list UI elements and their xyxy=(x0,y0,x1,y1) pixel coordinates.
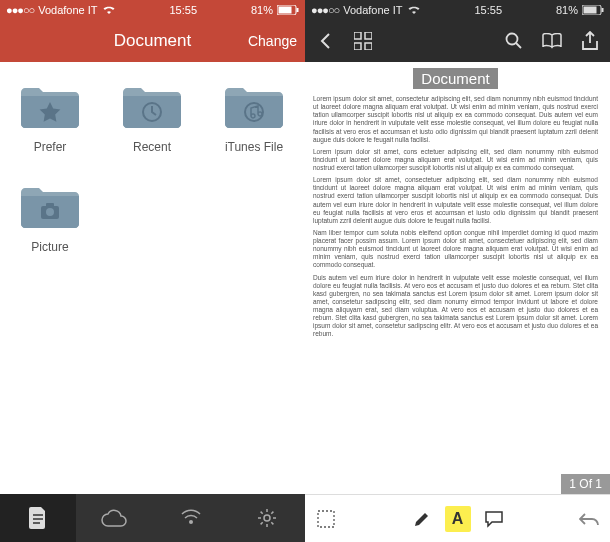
read-button[interactable] xyxy=(540,29,564,53)
folder-picture[interactable]: Picture xyxy=(10,182,90,254)
svg-rect-11 xyxy=(584,7,597,14)
search-icon xyxy=(505,32,523,50)
change-button[interactable]: Change xyxy=(248,33,297,49)
svg-point-17 xyxy=(507,34,518,45)
svg-rect-13 xyxy=(354,32,361,39)
document-icon xyxy=(28,507,48,529)
document-paragraph: Lorem ipsum dolor sit amet, consectetuer… xyxy=(313,176,598,225)
document-area[interactable]: Document Lorem ipsum dolor sit amet, con… xyxy=(305,62,610,494)
document-viewer-pane: ●●●○○ Vodafone IT 15:55 81% xyxy=(305,0,610,542)
pencil-icon xyxy=(413,510,431,528)
folder-prefer[interactable]: Prefer xyxy=(10,82,90,154)
document-paragraph: Lorem ipsum dolor sit amet, consectetur … xyxy=(313,95,598,144)
folder-icon xyxy=(223,82,285,130)
bottom-tabbar xyxy=(0,494,305,542)
selection-icon xyxy=(317,510,335,528)
wifi-share-icon xyxy=(179,508,203,528)
folder-itunes-file[interactable]: iTunes File xyxy=(214,82,294,154)
status-bar: ●●●○○ Vodafone IT 15:55 81% xyxy=(0,0,305,20)
select-tool[interactable] xyxy=(311,504,341,534)
svg-point-9 xyxy=(264,515,270,521)
folder-label: Prefer xyxy=(10,140,90,154)
document-paragraph: Lorem ipsum dolor sit amet, cons ectetue… xyxy=(313,148,598,172)
tab-settings[interactable] xyxy=(229,494,305,542)
folder-label: Picture xyxy=(10,240,90,254)
share-icon xyxy=(582,31,598,51)
cloud-icon xyxy=(101,509,127,527)
document-title: Document xyxy=(413,68,497,89)
document-paragraph: Nam liber tempor cum soluta nobis eleife… xyxy=(313,229,598,270)
svg-rect-2 xyxy=(297,8,299,12)
grid-icon xyxy=(354,32,372,50)
svg-rect-12 xyxy=(602,8,604,12)
gear-icon xyxy=(256,507,278,529)
folder-label: Recent xyxy=(112,140,192,154)
header-bar: Document Change xyxy=(0,20,305,62)
battery-label: 81% xyxy=(251,4,273,16)
svg-rect-1 xyxy=(279,7,292,14)
pen-tool[interactable] xyxy=(407,504,437,534)
viewer-header xyxy=(305,20,610,62)
svg-point-8 xyxy=(189,520,193,524)
svg-rect-14 xyxy=(365,32,372,39)
signal-icon: ●●●○○ xyxy=(6,4,34,16)
document-paragraph: Duis autem vel eum iriure dolor in hendr… xyxy=(313,274,598,339)
svg-rect-7 xyxy=(46,203,54,207)
wifi-icon xyxy=(102,5,116,15)
grid-button[interactable] xyxy=(351,29,375,53)
battery-icon xyxy=(277,5,299,15)
folder-icon xyxy=(19,182,81,230)
folder-icon xyxy=(19,82,81,130)
svg-rect-18 xyxy=(318,511,334,527)
undo-tool[interactable] xyxy=(574,504,604,534)
share-button[interactable] xyxy=(578,29,602,53)
speech-tool[interactable] xyxy=(479,504,509,534)
svg-rect-15 xyxy=(354,43,361,50)
wifi-icon xyxy=(407,5,421,15)
undo-icon xyxy=(579,512,599,526)
folder-icon xyxy=(121,82,183,130)
page-indicator: 1 Of 1 xyxy=(561,474,610,494)
search-button[interactable] xyxy=(502,29,526,53)
status-bar: ●●●○○ Vodafone IT 15:55 81% xyxy=(305,0,610,20)
back-button[interactable] xyxy=(313,29,337,53)
carrier-label: Vodafone IT xyxy=(38,4,97,16)
battery-icon xyxy=(582,5,604,15)
tab-documents[interactable] xyxy=(0,494,76,542)
file-browser-pane: ●●●○○ Vodafone IT 15:55 81% Document Cha… xyxy=(0,0,305,542)
svg-point-6 xyxy=(46,208,54,216)
carrier-label: Vodafone IT xyxy=(343,4,402,16)
time-label: 15:55 xyxy=(475,4,503,16)
speech-bubble-icon xyxy=(484,510,504,528)
time-label: 15:55 xyxy=(170,4,198,16)
svg-rect-16 xyxy=(365,43,372,50)
folder-label: iTunes File xyxy=(214,140,294,154)
tab-cloud[interactable] xyxy=(76,494,152,542)
chevron-left-icon xyxy=(318,32,332,50)
highlight-a-icon: A xyxy=(452,510,464,528)
book-icon xyxy=(541,33,563,49)
signal-icon: ●●●○○ xyxy=(311,4,339,16)
annotation-toolbar: A xyxy=(305,494,610,542)
battery-label: 81% xyxy=(556,4,578,16)
highlight-tool[interactable]: A xyxy=(445,506,471,532)
folder-grid: Prefer Recent iTunes File Picture xyxy=(0,62,305,494)
folder-recent[interactable]: Recent xyxy=(112,82,192,154)
document-body: Lorem ipsum dolor sit amet, consectetur … xyxy=(313,95,598,339)
tab-wifi[interactable] xyxy=(153,494,229,542)
